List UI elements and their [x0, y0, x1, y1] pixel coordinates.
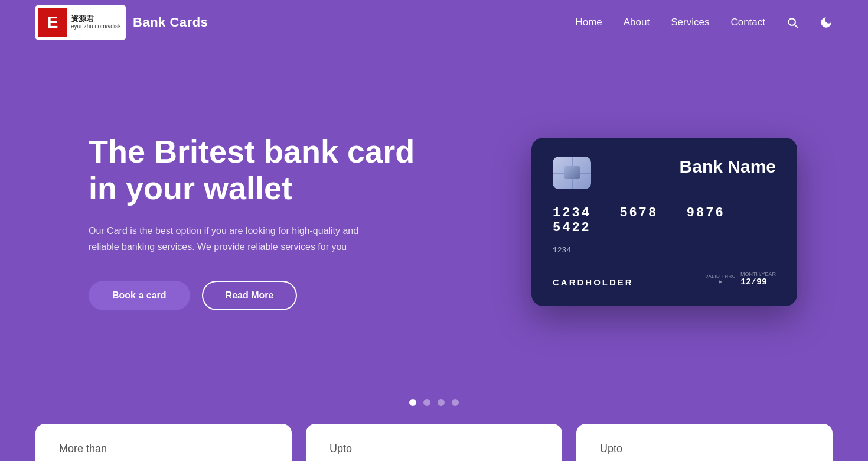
- stat-label-2: Upto: [329, 443, 352, 454]
- card-number: 1234 5678 9876 5422: [553, 206, 776, 235]
- dot-2[interactable]: [423, 399, 430, 406]
- month-year-label: MONTH/YEAR: [740, 271, 776, 277]
- card-cardholder: CARDHOLDER: [553, 277, 634, 287]
- card-number-row: 1234 5678 9876 5422: [553, 206, 776, 235]
- search-button[interactable]: [787, 17, 798, 28]
- book-card-button[interactable]: Book a card: [89, 281, 190, 310]
- hero-section: The Britest bank card in your wallet Our…: [0, 44, 868, 387]
- site-title: Bank Cards: [133, 15, 208, 30]
- valid-thru-label: VALID THRU: [705, 274, 736, 279]
- card-chip: [553, 157, 591, 189]
- logo-icon: E: [38, 8, 67, 37]
- nav-about[interactable]: About: [624, 17, 650, 28]
- stat-label-3: Upto: [600, 443, 622, 454]
- card-expiry: 12/99: [740, 277, 767, 287]
- card-bottom-row: CARDHOLDER VALID THRU ▶ MONTH/YEAR 12/99: [553, 271, 776, 287]
- hero-title: The Britest bank card in your wallet: [89, 133, 415, 206]
- watermark-sub: eyunzhu.com/vdisk: [71, 23, 121, 30]
- card-chip-inner: [564, 166, 580, 179]
- navbar-left: E 资源君 eyunzhu.com/vdisk Bank Cards: [35, 5, 208, 40]
- card-bank-name: Bank Name: [680, 157, 776, 177]
- hero-description: Our Card is the best option if you are l…: [89, 223, 372, 255]
- hero-content: The Britest bank card in your wallet Our…: [89, 133, 415, 311]
- hero-buttons: Book a card Read More: [89, 281, 415, 310]
- svg-line-1: [795, 25, 797, 27]
- stat-card-2: Upto: [306, 424, 562, 461]
- nav-contact[interactable]: Contact: [730, 17, 765, 28]
- stat-card-3: Upto: [576, 424, 833, 461]
- dot-1[interactable]: [409, 399, 416, 406]
- stats-row: More than Upto Upto: [0, 424, 868, 461]
- svg-point-0: [788, 18, 795, 25]
- nav-services[interactable]: Services: [671, 17, 709, 28]
- dark-mode-button[interactable]: [820, 16, 833, 29]
- hero-card-container: Bank Name 1234 5678 9876 5422 1234 CARDH…: [531, 138, 797, 306]
- stat-card-1: More than: [35, 424, 292, 461]
- carousel-dots: [0, 387, 868, 424]
- nav-home[interactable]: Home: [575, 17, 602, 28]
- credit-card: Bank Name 1234 5678 9876 5422 1234 CARDH…: [531, 138, 797, 306]
- watermark-main: 资源君: [71, 14, 121, 24]
- card-validity: VALID THRU ▶ MONTH/YEAR 12/99: [705, 271, 776, 287]
- stat-label-1: More than: [59, 443, 107, 454]
- dot-3[interactable]: [438, 399, 445, 406]
- dot-4[interactable]: [452, 399, 459, 406]
- navbar: E 资源君 eyunzhu.com/vdisk Bank Cards Home …: [0, 0, 868, 44]
- navbar-right: Home About Services Contact: [575, 16, 833, 29]
- card-short-number: 1234: [553, 246, 776, 255]
- read-more-button[interactable]: Read More: [202, 281, 298, 310]
